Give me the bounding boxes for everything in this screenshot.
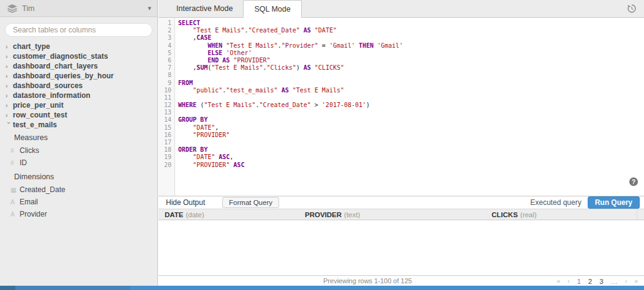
- help-icon[interactable]: ?: [629, 177, 638, 186]
- tab-interactive-mode[interactable]: Interactive Mode: [166, 0, 243, 17]
- tabs: Interactive ModeSQL Mode: [159, 0, 302, 17]
- sql-keyword: AS: [222, 57, 230, 64]
- workspace-name: Tim: [22, 4, 34, 13]
- table-name: datastore_information: [13, 91, 91, 100]
- layers-icon: [7, 4, 17, 13]
- table-name: dashboard_queries_by_hour: [13, 72, 114, 80]
- line-number: 14: [159, 116, 171, 124]
- field-item-provider[interactable]: AProvider: [0, 208, 157, 220]
- sql-string: "Provider": [282, 42, 318, 49]
- page-2-button[interactable]: 2: [588, 278, 592, 285]
- run-query-button[interactable]: Run Query: [588, 196, 640, 209]
- sql-string: "DATE": [193, 154, 215, 160]
- text-icon: A: [10, 210, 20, 218]
- sql-text: ,: [178, 34, 197, 41]
- sql-keyword: END: [208, 57, 219, 64]
- code-line: [178, 109, 403, 116]
- column-header-provider: PROVIDER(text): [299, 209, 485, 220]
- sql-keyword: CASE: [197, 34, 211, 41]
- sql-keyword: AS: [304, 64, 311, 71]
- number-icon: #: [10, 159, 20, 166]
- code-line: SELECT: [178, 20, 403, 27]
- sql-text: [178, 124, 193, 131]
- page-1-button[interactable]: 1: [577, 278, 580, 285]
- code-line: "PROVIDER": [178, 132, 403, 139]
- code-line: FROM: [178, 80, 403, 87]
- sql-text: >: [311, 102, 322, 108]
- field-item-clicks[interactable]: #Clicks: [0, 144, 157, 157]
- line-number: 20: [159, 162, 171, 169]
- table-name: dashboard_chart_layers: [13, 62, 98, 70]
- page-3-button[interactable]: 3: [599, 278, 603, 285]
- code-line: ,SUM("Test E Mails"."Clicks") AS "CLICKS…: [178, 64, 403, 72]
- table-item-datastore_information[interactable]: ›datastore_information: [0, 91, 157, 100]
- chevron-down-icon: ▾: [148, 4, 151, 12]
- preview-rows-text: Previewing rows 1-100 of 125: [159, 277, 577, 284]
- sql-keyword: GROUP BY: [178, 116, 208, 123]
- sql-text: [178, 27, 193, 34]
- field-item-email[interactable]: AEmail: [0, 196, 157, 208]
- field-name: ID: [20, 158, 27, 167]
- table-item-chart_type[interactable]: ›chart_type: [0, 42, 157, 51]
- format-query-button[interactable]: Format Query: [222, 197, 279, 208]
- code-line: [178, 139, 403, 146]
- table-item-customer_diagnostic_stats[interactable]: ›customer_diagnostic_stats: [0, 51, 157, 61]
- output-toolbar: Hide Output Format Query Executed query …: [159, 196, 644, 209]
- calendar-icon: ▦: [10, 186, 20, 193]
- table-name: customer_diagnostic_stats: [13, 52, 108, 61]
- bottom-bar-segment-dark: [0, 286, 15, 290]
- sql-string: "Test E Mails": [193, 27, 244, 34]
- table-item-row_count_test[interactable]: ›row_count_test: [0, 110, 157, 120]
- code-line: "PROVIDER" ASC: [178, 162, 403, 169]
- table-item-test_e_mails[interactable]: ›test_e_mails: [0, 120, 157, 130]
- sql-keyword: AS: [304, 27, 311, 34]
- sql-text: [178, 154, 193, 160]
- field-item-id[interactable]: #ID: [0, 157, 157, 169]
- sql-string: 'Gmail': [377, 42, 403, 49]
- workspace-selector[interactable]: Tim ▾: [0, 0, 157, 17]
- sql-string: "Test E Mails": [204, 102, 255, 108]
- code-line: GROUP BY: [178, 116, 403, 124]
- table-item-dashboard_chart_layers[interactable]: ›dashboard_chart_layers: [0, 61, 157, 71]
- line-number: 18: [159, 146, 171, 154]
- chevron-right-icon: ›: [6, 83, 13, 89]
- column-name: DATE: [165, 211, 183, 218]
- sql-string: "Created_Date": [248, 27, 299, 34]
- line-number: 19: [159, 154, 171, 161]
- sql-editor[interactable]: 1234567891011121314151617181920 SELECT "…: [159, 18, 644, 196]
- results-footer: Previewing rows 1-100 of 125 «‹123…›»: [159, 275, 644, 286]
- table-item-price_per_unit[interactable]: ›price_per_unit: [0, 100, 157, 110]
- sidebar: Tim ▾ ›chart_type›customer_diagnostic_st…: [0, 0, 158, 286]
- last-page-button[interactable]: »: [634, 278, 638, 284]
- table-item-dashboard_sources[interactable]: ›dashboard_sources: [0, 81, 157, 91]
- next-page-button[interactable]: ›: [625, 278, 627, 284]
- prev-page-button[interactable]: ‹: [567, 278, 569, 284]
- table-item-dashboard_queries_by_hour[interactable]: ›dashboard_queries_by_hour: [0, 71, 157, 81]
- results-header-row: DATE(date)PROVIDER(text)CLICKS(real): [159, 209, 644, 220]
- first-page-button[interactable]: «: [556, 278, 560, 284]
- line-number: 8: [159, 72, 171, 79]
- tab-sql-mode[interactable]: SQL Mode: [243, 0, 301, 18]
- chevron-right-icon: ›: [6, 73, 13, 80]
- history-icon[interactable]: [627, 4, 637, 13]
- code-line: "Test E Mails"."Created_Date" AS "DATE": [178, 27, 403, 34]
- chevron-right-icon: ›: [6, 63, 13, 70]
- sql-text: (: [197, 102, 204, 108]
- field-item-created_date[interactable]: ▦Created_Date: [0, 184, 157, 196]
- column-type: (text): [344, 211, 360, 218]
- sql-string: 'Other': [226, 50, 252, 56]
- text-icon: A: [10, 198, 20, 206]
- executed-query-label: Executed query: [530, 198, 581, 207]
- sql-string: "DATE": [193, 124, 215, 131]
- bottom-divider-bar[interactable]: [0, 286, 644, 290]
- field-name: Provider: [20, 210, 47, 218]
- sql-string: "Test E Mails": [211, 64, 263, 71]
- main-panel: Interactive ModeSQL Mode 123456789101112…: [159, 0, 644, 286]
- sql-text: ,: [230, 154, 233, 160]
- header-spacer: [637, 209, 644, 220]
- chevron-right-icon: ›: [6, 102, 13, 109]
- section-dimensions: Dimensions: [0, 172, 157, 182]
- code-line: [178, 72, 403, 79]
- search-input[interactable]: [5, 23, 152, 37]
- hide-output-button[interactable]: Hide Output: [166, 198, 205, 207]
